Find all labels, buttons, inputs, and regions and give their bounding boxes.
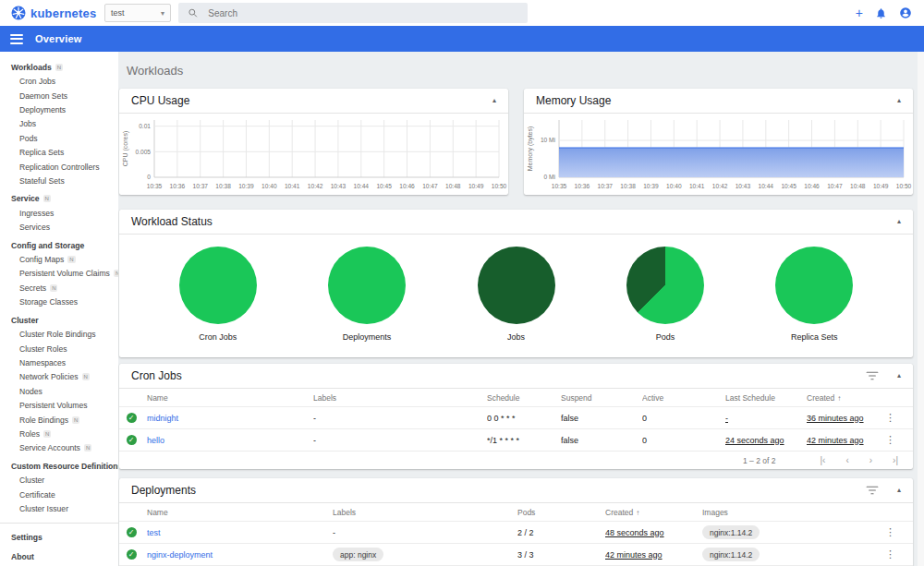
column-header-labels[interactable]: Labels	[333, 508, 517, 517]
column-header-labels[interactable]: Labels	[313, 393, 487, 403]
svg-text:10:37: 10:37	[597, 183, 613, 189]
column-header-active[interactable]: Active	[642, 393, 725, 403]
collapse-caret-icon[interactable]: ▴	[897, 487, 901, 494]
column-header-last-schedule[interactable]: Last Schedule	[725, 393, 807, 403]
svg-text:0.01: 0.01	[139, 123, 151, 129]
relative-time-value: 48 seconds ago	[605, 528, 664, 537]
svg-text:10:43: 10:43	[331, 183, 346, 189]
sidebar-item-settings[interactable]: Settings	[0, 528, 118, 548]
row-actions-kebab-icon[interactable]: ⋮	[885, 548, 895, 560]
cell-name: nginx-deployment	[147, 550, 333, 560]
deployments-name-link[interactable]: test	[147, 528, 161, 537]
last-page-icon[interactable]: ›|	[893, 456, 898, 465]
cell-pods: 2 / 2	[517, 528, 605, 537]
deployments-table: NameLabelsPodsCreated↑Images✓test-2 / 24…	[119, 503, 913, 566]
sidebar-item-about[interactable]: About	[0, 548, 118, 566]
column-header-suspend[interactable]: Suspend	[561, 393, 642, 403]
search-bar[interactable]	[178, 3, 528, 23]
sidebar-item-cluster-issuer[interactable]: Cluster Issuer	[0, 501, 118, 515]
sidebar-item-label: Cluster Issuer	[19, 504, 68, 513]
row-actions-kebab-icon[interactable]: ⋮	[885, 434, 895, 445]
svg-text:10:42: 10:42	[308, 183, 323, 189]
svg-text:10:49: 10:49	[873, 183, 889, 189]
sidebar-item-cluster-roles[interactable]: Cluster Roles	[0, 342, 118, 355]
svg-text:10:40: 10:40	[666, 183, 682, 189]
first-page-icon[interactable]: |‹	[820, 456, 825, 465]
filter-list-icon[interactable]	[866, 371, 879, 380]
sidebar-item-deployments[interactable]: Deployments	[0, 102, 118, 116]
previous-page-icon[interactable]: ‹	[845, 456, 848, 465]
sidebar-item-ingresses[interactable]: Ingresses	[0, 206, 118, 220]
create-resource-button[interactable]: +	[856, 6, 863, 19]
sidebar-section-cluster[interactable]: Cluster	[0, 313, 118, 328]
sidebar-section-workloads[interactable]: WorkloadsN	[0, 60, 118, 75]
menu-hamburger-icon[interactable]	[10, 34, 23, 44]
sidebar-section-custom-resource-definitions[interactable]: Custom Resource Definitions	[0, 459, 118, 474]
cell-value: */1 * * * *	[487, 436, 519, 445]
column-header-name[interactable]: Name	[147, 393, 313, 403]
sidebar-item-role-bindings[interactable]: Role BindingsN	[0, 413, 118, 427]
table-row: ✓midnight-0 0 * * *false0-36 minutes ago…	[119, 407, 913, 429]
collapse-caret-icon[interactable]: ▴	[897, 372, 901, 379]
namespace-select[interactable]: test ▾	[104, 4, 171, 22]
notifications-bell-icon[interactable]	[875, 7, 887, 19]
status-ok-icon: ✓	[127, 527, 137, 537]
filter-list-icon[interactable]	[866, 486, 879, 495]
scrollbar-track[interactable]	[918, 52, 924, 566]
cell-name: hello	[147, 436, 313, 445]
column-header-pods[interactable]: Pods	[517, 508, 605, 517]
sidebar-item-stateful-sets[interactable]: Stateful Sets	[0, 174, 118, 187]
cron-jobs-name-link[interactable]: midnight	[147, 414, 178, 423]
sidebar-item-secrets[interactable]: SecretsN	[0, 281, 118, 295]
cell-labels: -	[333, 528, 517, 537]
sidebar-item-namespaces[interactable]: Namespaces	[0, 355, 118, 369]
sidebar-item-config-maps[interactable]: Config MapsN	[0, 252, 118, 266]
svg-text:10:41: 10:41	[689, 183, 705, 189]
column-header-created[interactable]: Created↑	[605, 508, 702, 517]
sidebar-item-storage-classes[interactable]: Storage Classes	[0, 295, 118, 309]
sidebar-item-pods[interactable]: Pods	[0, 131, 118, 145]
sidebar-item-daemon-sets[interactable]: Daemon Sets	[0, 89, 118, 102]
column-header-images[interactable]: Images	[702, 508, 885, 517]
workload-status-title: Workload Status	[131, 215, 897, 228]
row-actions-kebab-icon[interactable]: ⋮	[885, 526, 895, 537]
column-header-created[interactable]: Created↑	[807, 393, 885, 403]
sidebar-item-cluster[interactable]: Cluster	[0, 473, 118, 487]
cron-jobs-name-link[interactable]: hello	[147, 436, 164, 445]
sidebar-item-nodes[interactable]: Nodes	[0, 384, 118, 398]
sidebar-item-network-policies[interactable]: Network PoliciesN	[0, 370, 118, 384]
sidebar-item-label: Services	[19, 223, 50, 232]
row-actions-kebab-icon[interactable]: ⋮	[885, 412, 895, 423]
sidebar-item-jobs[interactable]: Jobs	[0, 117, 118, 131]
next-page-icon[interactable]: ›	[869, 456, 872, 465]
collapse-caret-icon[interactable]: ▴	[897, 97, 901, 104]
svg-text:10:45: 10:45	[376, 183, 392, 189]
sidebar-section-service[interactable]: ServiceN	[0, 192, 118, 207]
sidebar-section-config-and-storage[interactable]: Config and Storage	[0, 238, 118, 253]
column-header-label: Suspend	[561, 393, 592, 403]
sidebar-item-replica-sets[interactable]: Replica Sets	[0, 145, 118, 159]
collapse-caret-icon[interactable]: ▴	[897, 218, 901, 225]
sidebar-item-persistent-volumes[interactable]: Persistent Volumes	[0, 398, 118, 412]
sidebar-item-cluster-role-bindings[interactable]: Cluster Role Bindings	[0, 327, 118, 341]
sidebar-item-persistent-volume-claims[interactable]: Persistent Volume ClaimsN	[0, 267, 118, 281]
collapse-caret-icon[interactable]: ▴	[492, 97, 496, 104]
deployments-name-link[interactable]: nginx-deployment	[147, 550, 213, 560]
label-chip: nginx:1.14.2	[702, 525, 760, 539]
sidebar-item-roles[interactable]: RolesN	[0, 427, 118, 440]
column-header-label: Name	[147, 508, 168, 517]
column-header-name[interactable]: Name	[147, 508, 333, 517]
sidebar-item-certificate[interactable]: Certificate	[0, 488, 118, 501]
svg-text:10:47: 10:47	[422, 183, 438, 189]
svg-text:10:46: 10:46	[804, 183, 820, 189]
sidebar-item-replication-controllers[interactable]: Replication Controllers	[0, 160, 118, 174]
user-account-icon[interactable]	[899, 6, 912, 19]
sidebar-item-services[interactable]: Services	[0, 221, 118, 235]
pie-label: Replica Sets	[791, 332, 838, 342]
pie-label: Jobs	[507, 332, 525, 342]
search-input[interactable]	[206, 7, 518, 19]
kubernetes-logo[interactable]: kubernetes	[11, 6, 103, 20]
sidebar-item-cron-jobs[interactable]: Cron Jobs	[0, 75, 118, 89]
sidebar-item-service-accounts[interactable]: Service AccountsN	[0, 441, 118, 455]
column-header-schedule[interactable]: Schedule	[487, 393, 561, 403]
